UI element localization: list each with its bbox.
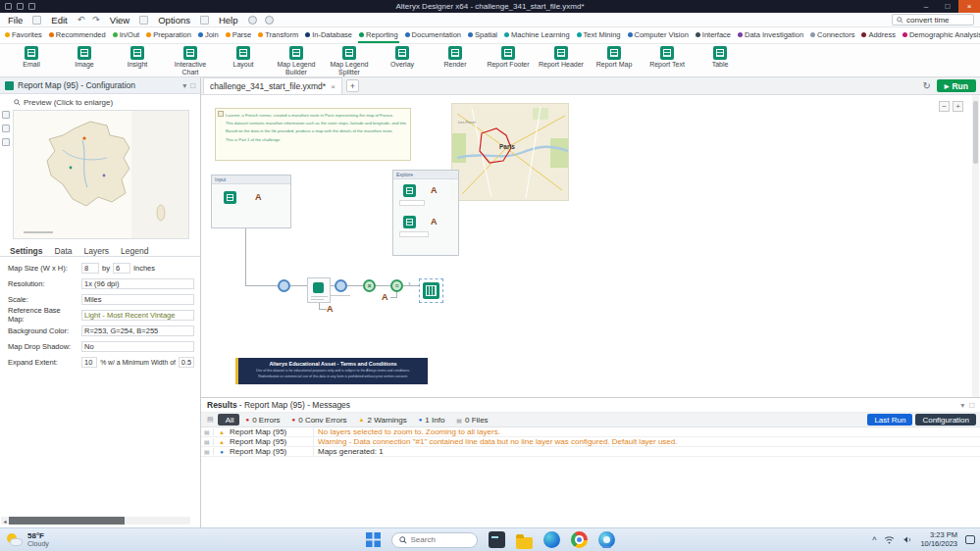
category-tab[interactable]: Demographic Analysis (902, 28, 980, 43)
palette-tool[interactable]: Overlay (379, 46, 426, 69)
menu-options[interactable]: Options (156, 15, 192, 25)
category-tab[interactable]: Address (860, 28, 897, 43)
workflow-tool-node[interactable]: × (363, 279, 376, 292)
config-tab[interactable]: Settings (10, 246, 43, 256)
search-input[interactable] (906, 16, 969, 25)
input-data-tool[interactable] (403, 184, 416, 197)
message-row[interactable]: ▤ ● Report Map (95) Maps generated: 1 (201, 447, 980, 457)
taskbar-clock[interactable]: 3:23 PM 10/16/2023 (920, 531, 957, 548)
redo-icon[interactable]: ↷ (92, 15, 100, 25)
config-tab[interactable]: Legend (121, 246, 148, 256)
category-tab[interactable]: In/Out (112, 28, 140, 43)
new-workflow-icon[interactable] (32, 16, 41, 25)
volume-icon[interactable] (903, 535, 912, 544)
category-tab[interactable]: Parse (225, 28, 253, 43)
expand-extent-input[interactable] (81, 357, 97, 368)
wrench-icon[interactable] (200, 16, 209, 25)
community-globe-icon[interactable] (248, 16, 257, 25)
tray-chevron-up-icon[interactable]: ^ (872, 535, 876, 545)
preview-label-row[interactable]: Preview (Click to enlarge) (14, 98, 113, 107)
windows-start-icon[interactable] (366, 532, 381, 547)
results-filter-button[interactable]: ● 0 Errors (241, 414, 285, 426)
alteryx-icon[interactable] (598, 531, 615, 548)
background-color-input[interactable] (81, 326, 194, 336)
config-tab[interactable]: Layers (84, 246, 110, 256)
open-file-icon[interactable] (17, 3, 24, 10)
browse-tool[interactable]: A (382, 293, 388, 302)
category-tab[interactable]: Machine Learning (503, 28, 571, 43)
results-filter-button[interactable]: ▤ 0 Files (451, 414, 492, 426)
category-tab[interactable]: Preparation (145, 28, 192, 43)
scrollbar-thumb[interactable] (973, 101, 978, 164)
workflow-tool-node[interactable] (335, 279, 347, 292)
category-tab[interactable]: Transform (257, 28, 299, 43)
message-row[interactable]: ▤ ▲ Report Map (95) No layers selected t… (201, 427, 980, 437)
new-workflow-tab-button[interactable]: + (346, 79, 359, 92)
workflow-tool-node[interactable] (278, 279, 290, 292)
wifi-icon[interactable] (884, 535, 895, 544)
map-preview[interactable] (13, 110, 189, 239)
palette-tool[interactable]: Report Header (538, 46, 585, 69)
configuration-button[interactable]: Configuration (915, 414, 976, 426)
min-width-input[interactable] (179, 357, 194, 368)
results-filter-button[interactable]: ▲ 2 Warnings (354, 414, 412, 426)
report-map-tool-node[interactable] (423, 282, 439, 299)
pin-panel-icon[interactable]: □ (190, 81, 195, 90)
scroll-left-icon[interactable]: ◂ (1, 517, 9, 525)
messages-grid-icon[interactable]: ▤ (205, 416, 216, 424)
results-filter-button[interactable]: ● 1 Info (414, 414, 450, 426)
scale-select[interactable] (81, 294, 194, 305)
close-tab-icon[interactable]: × (331, 82, 335, 91)
browse-tool[interactable]: A (255, 193, 262, 202)
zoom-out-button[interactable]: − (939, 101, 950, 112)
palette-tool[interactable]: Map Legend Splitter (326, 46, 373, 75)
menu-help[interactable]: Help (217, 15, 240, 25)
comment-box[interactable]: Laurent, a French runner, created a mara… (215, 108, 411, 161)
save-file-icon[interactable] (28, 3, 35, 10)
menu-view[interactable]: View (108, 15, 131, 25)
browse-tool[interactable]: A (431, 186, 438, 195)
new-file-icon[interactable] (5, 3, 12, 10)
category-tab[interactable]: Data Investigation (737, 28, 804, 43)
container-input[interactable]: Input A (211, 175, 291, 228)
edge-icon[interactable] (543, 531, 560, 548)
user-account-icon[interactable] (265, 16, 274, 25)
view-layout-icon[interactable] (139, 16, 148, 25)
config-horizontal-scrollbar[interactable]: ◂ (1, 517, 190, 525)
category-tab[interactable]: Documentation (404, 28, 462, 43)
browse-tool[interactable]: A (327, 305, 334, 314)
palette-tool[interactable]: Report Text (644, 46, 691, 69)
menu-edit[interactable]: Edit (49, 15, 69, 25)
input-data-tool[interactable] (403, 216, 416, 228)
results-filter-button[interactable]: ● 0 Conv Errors (287, 414, 352, 426)
palette-tool[interactable]: Report Map (591, 46, 638, 69)
category-tab[interactable]: Computer Vision (627, 28, 690, 43)
browse-tool[interactable]: A (431, 218, 438, 226)
category-tab[interactable]: Connectors (809, 28, 855, 43)
maximize-button[interactable]: □ (937, 0, 958, 13)
palette-tool[interactable]: Image (61, 46, 108, 69)
map-height-input[interactable] (113, 263, 130, 274)
pan-tool-icon[interactable] (2, 111, 10, 119)
weather-widget[interactable]: 58°F Cloudy (6, 531, 49, 548)
message-row[interactable]: ▤ ▲ Report Map (95) Warning - Data conne… (201, 437, 980, 447)
workflow-tool-node[interactable]: ≡ (390, 279, 403, 292)
results-pin-icon[interactable]: ▾ (960, 401, 964, 410)
canvas-vertical-scrollbar[interactable] (972, 95, 979, 397)
palette-tool[interactable]: Report Footer (485, 46, 532, 69)
map-width-input[interactable] (81, 263, 99, 274)
category-tab[interactable]: Favorites (4, 28, 43, 43)
minimize-button[interactable]: – (915, 0, 937, 13)
workflow-tool-node[interactable] (313, 282, 324, 293)
category-tab[interactable]: Join (197, 28, 220, 43)
category-tab[interactable]: Reporting (358, 28, 399, 43)
category-tab[interactable]: Recommended (48, 28, 107, 43)
taskbar-search-input[interactable] (411, 535, 470, 544)
workflow-canvas[interactable]: Laurent, a French runner, created a mara… (201, 95, 980, 397)
terminal-icon[interactable] (489, 531, 505, 548)
scrollbar-thumb[interactable] (9, 517, 125, 525)
base-map-select[interactable] (81, 310, 194, 321)
tag-tool-icon[interactable] (2, 125, 10, 132)
results-popout-icon[interactable]: □ (969, 401, 974, 410)
input-data-tool[interactable] (224, 191, 236, 204)
